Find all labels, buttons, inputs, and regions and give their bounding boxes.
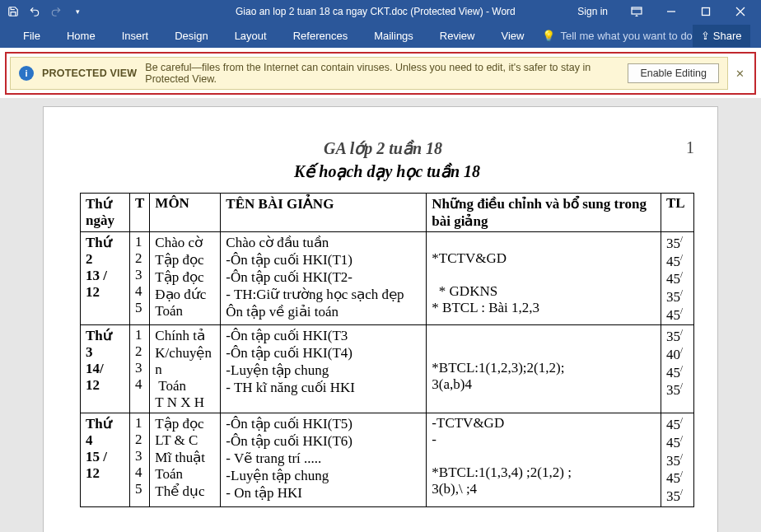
share-label: Share xyxy=(713,30,742,42)
cell-notes: *TCTV&GD * GDKNS* BTCL : Bài 1,2,3 xyxy=(427,232,661,325)
tab-view[interactable]: View xyxy=(488,23,537,48)
redo-icon[interactable] xyxy=(46,2,66,21)
cell-day: Thứ314/12 xyxy=(81,325,130,413)
col-subject: MÔN xyxy=(150,194,221,232)
undo-icon[interactable] xyxy=(25,2,44,21)
cell-lesson: Chào cờ đầu tuần-Ôn tập cuối HKI(T1)-Ôn … xyxy=(221,232,427,325)
minimize-button[interactable] xyxy=(654,0,689,23)
tell-me-search[interactable]: 💡 Tell me what you want to do xyxy=(542,30,692,42)
cell-tl: 35/40/45/35/ xyxy=(661,325,694,413)
window-title: Giao an lop 2 tuan 18 ca ngay CKT.doc (P… xyxy=(236,6,516,17)
tab-mailings[interactable]: Mailings xyxy=(361,23,427,48)
svg-rect-0 xyxy=(632,7,642,14)
cell-subject: Tập đọcLT & CMĩ thuậtToánThể dục xyxy=(150,413,221,506)
cell-day: Thứ415 /12 xyxy=(81,413,130,506)
protected-view-bar: i PROTECTED VIEW Be careful—files from t… xyxy=(10,57,728,90)
cell-notes: *BTCL:1(1,2,3);2(1,2);3(a,b)4 xyxy=(427,325,661,413)
cell-t: 12345 xyxy=(130,413,150,506)
ribbon-display-options-icon[interactable] xyxy=(619,0,654,23)
save-icon[interactable] xyxy=(3,2,23,21)
cell-t: 12345 xyxy=(130,232,150,325)
cell-subject: Chào cờTập đọcTập đọcĐạo đứcToán xyxy=(150,232,221,325)
cell-lesson: -Ôn tập cuối HKI(T5)-Ôn tập cuối HKI(T6)… xyxy=(221,413,427,506)
page-header-right: 1 xyxy=(686,138,694,158)
cell-t: 1234 xyxy=(130,325,150,413)
annotation-highlight: i PROTECTED VIEW Be careful—files from t… xyxy=(5,52,756,95)
cell-tl: 45/45/35/45/35/ xyxy=(661,413,694,506)
col-day: Thứ ngày xyxy=(81,194,130,232)
table-row: Thứ213 /1212345Chào cờTập đọcTập đọcĐạo … xyxy=(81,232,694,325)
message-bar-close-icon[interactable]: ✕ xyxy=(728,57,751,90)
sign-in-link[interactable]: Sign in xyxy=(566,6,619,17)
tell-me-label: Tell me what you want to do xyxy=(560,30,692,42)
shield-info-icon: i xyxy=(19,66,34,81)
cell-lesson: -Ôn tập cuối HKI(T3-Ôn tập cuối HKI(T4)-… xyxy=(221,325,427,413)
table-row: Thứ415 /1212345Tập đọcLT & CMĩ thuậtToán… xyxy=(81,413,694,506)
protected-view-message: Be careful—files from the Internet can c… xyxy=(145,62,628,85)
tab-file[interactable]: File xyxy=(10,23,54,48)
col-notes: Những điều chỉnh và bổ sung trong bài gi… xyxy=(427,194,661,232)
maximize-button[interactable] xyxy=(689,0,723,23)
lightbulb-icon: 💡 xyxy=(542,30,555,42)
document-page: GA lớp 2 tuần 18 1 Kế hoạch dạy học tuần… xyxy=(43,106,718,532)
share-button[interactable]: ⇪ Share xyxy=(693,25,750,47)
col-tl: TL xyxy=(661,194,694,232)
col-t: T xyxy=(130,194,150,232)
tab-layout[interactable]: Layout xyxy=(222,23,280,48)
col-lesson: TÊN BÀI GIẢNG xyxy=(221,194,427,232)
qat-dropdown-icon[interactable]: ▾ xyxy=(68,2,87,21)
cell-notes: -TCTV&GD-*BTCL:1(1,3,4) ;2(1,2) ;3(b),\ … xyxy=(427,413,661,506)
tab-home[interactable]: Home xyxy=(54,23,109,48)
tab-references[interactable]: References xyxy=(280,23,361,48)
quick-access-toolbar: ▾ xyxy=(3,2,87,21)
title-bar: ▾ Giao an lop 2 tuan 18 ca ngay CKT.doc … xyxy=(0,0,761,23)
document-viewport[interactable]: GA lớp 2 tuần 18 1 Kế hoạch dạy học tuần… xyxy=(0,98,761,532)
cell-subject: Chính tảK/chuyệnn ToánT N X H xyxy=(150,325,221,413)
ribbon-tabs: File Home Insert Design Layout Reference… xyxy=(0,23,761,48)
plan-title: Kế hoạch dạy học tuần 18 xyxy=(80,161,694,181)
cell-day: Thứ213 /12 xyxy=(81,232,130,325)
svg-rect-3 xyxy=(703,8,710,16)
share-icon: ⇪ xyxy=(701,30,710,42)
lesson-plan-table: Thứ ngày T MÔN TÊN BÀI GIẢNG Những điều … xyxy=(80,193,694,507)
close-button[interactable] xyxy=(723,0,758,23)
tab-insert[interactable]: Insert xyxy=(109,23,162,48)
message-bar-area: i PROTECTED VIEW Be careful—files from t… xyxy=(0,48,761,98)
cell-tl: 35/45/45/35/45/ xyxy=(661,232,694,325)
enable-editing-button[interactable]: Enable Editing xyxy=(628,63,719,83)
tab-design[interactable]: Design xyxy=(161,23,221,48)
protected-view-title: PROTECTED VIEW xyxy=(42,68,137,79)
table-row: Thứ314/121234 Chính tảK/chuyệnn ToánT N … xyxy=(81,325,694,413)
table-header-row: Thứ ngày T MÔN TÊN BÀI GIẢNG Những điều … xyxy=(81,194,694,232)
tab-review[interactable]: Review xyxy=(427,23,488,48)
page-header-left: GA lớp 2 tuần 18 xyxy=(324,138,442,158)
